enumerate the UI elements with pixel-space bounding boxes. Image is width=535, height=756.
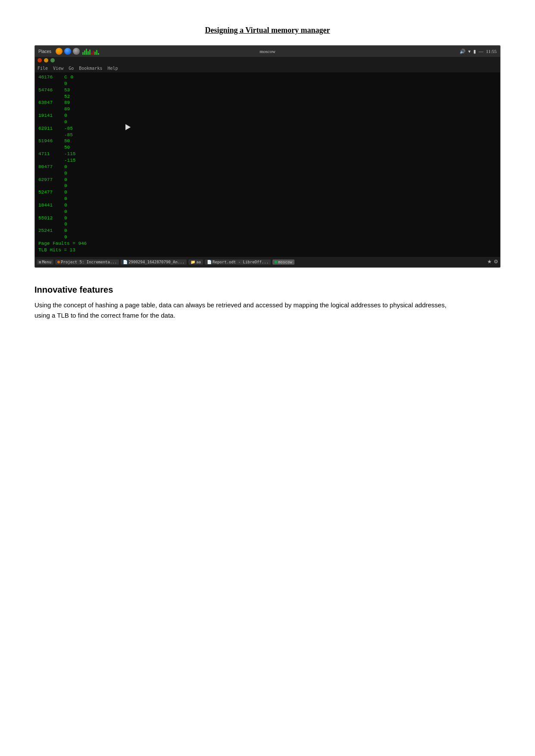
graph-bar — [86, 49, 87, 55]
close-button[interactable] — [38, 58, 42, 62]
top-bar-icons — [56, 48, 80, 55]
table-row: 0 — [38, 196, 497, 202]
value: 0 — [64, 209, 67, 215]
table-row: 19141 0 — [38, 112, 497, 119]
top-bar-left: Places — [38, 48, 99, 55]
taskbar-star-icon: ★ — [487, 259, 492, 265]
table-row: 54746 53 — [38, 87, 497, 94]
table-row: -85 — [38, 132, 497, 138]
value: 52 — [64, 94, 70, 100]
terminal-body: 46176 C 0 0 54746 53 52 63847 89 89 1914… — [35, 72, 500, 257]
taskbar-item-doc[interactable]: 📄 2900294_1642870790_An... — [121, 259, 187, 265]
maximize-button[interactable] — [50, 58, 55, 62]
graph-bar-red — [91, 53, 92, 55]
value: 89 — [64, 100, 70, 106]
table-row: -115 — [38, 157, 497, 164]
address: 54746 — [38, 87, 61, 94]
value: 0 — [64, 234, 67, 241]
top-bar-right: 🔊 ▾ ▮ — 11:55 — [460, 49, 497, 54]
page-title: Designing a Virtual memory manager — [34, 26, 501, 35]
table-row: 4711 -115 — [38, 151, 497, 157]
value: 50 — [64, 138, 70, 144]
taskbar-gear-icon: ⚙ — [494, 259, 498, 265]
page-faults-summary: Page Faults = 946 — [38, 241, 497, 247]
taskbar-report-label: Report.odt - LibreOff... — [213, 260, 269, 264]
value: 0 — [64, 170, 67, 177]
table-row: 80477 0 — [38, 164, 497, 170]
taskbar-folder-label: aa — [196, 260, 201, 264]
table-row: 18441 0 — [38, 202, 497, 209]
graph-bar-red — [93, 51, 94, 55]
table-row: 25241 0 — [38, 228, 497, 234]
value: 0 — [64, 164, 67, 170]
doc-icon: 📄 — [123, 260, 128, 264]
address: 55012 — [38, 215, 61, 222]
address — [38, 94, 61, 100]
taskbar-item-folder[interactable]: 📁 aa — [188, 259, 203, 265]
taskbar-dot-orange — [57, 261, 60, 263]
address — [38, 221, 61, 228]
value: -115 — [64, 157, 75, 164]
table-row: 62911 -85 — [38, 125, 497, 132]
value: 53 — [64, 87, 70, 94]
graph-bar — [89, 50, 91, 55]
mini-graph — [82, 48, 99, 55]
address: 18441 — [38, 202, 61, 209]
address: 80477 — [38, 164, 61, 170]
value: -115 — [64, 151, 75, 157]
separator: — — [479, 49, 483, 54]
table-row: 0 — [38, 170, 497, 177]
value: 89 — [64, 106, 70, 112]
address: 46176 — [38, 74, 61, 81]
taskbar: ⊞ Menu Project 5: Incrementa... 📄 290029… — [35, 257, 500, 267]
menu-view[interactable]: View — [53, 66, 63, 71]
taskbar-project-label: Project 5: Incrementa... — [61, 260, 117, 264]
table-row: 55012 0 — [38, 215, 497, 222]
address — [38, 119, 61, 125]
menu-help[interactable]: Help — [107, 66, 118, 71]
graph-bar — [88, 51, 89, 55]
graph-bar — [82, 52, 84, 55]
places-label: Places — [38, 49, 51, 54]
value: 0 — [64, 183, 67, 189]
address: 4711 — [38, 151, 61, 157]
report-doc-icon: 📄 — [207, 260, 212, 264]
address — [38, 106, 61, 112]
table-row: 52477 0 — [38, 189, 497, 196]
orb-orange-icon — [56, 48, 63, 55]
menu-bookmarks[interactable]: Bookmarks — [79, 66, 102, 71]
table-row: 0 — [38, 81, 497, 87]
wifi-icon: ▾ — [468, 49, 471, 54]
suffix: C — [64, 74, 67, 81]
taskbar-item-moscow[interactable]: moscow — [272, 259, 294, 265]
table-row: 0 — [38, 234, 497, 241]
taskbar-moscow-label: moscow — [278, 260, 292, 264]
section-heading: Innovative features — [34, 285, 501, 295]
value: 0 — [64, 177, 67, 183]
table-row: 0 — [38, 221, 497, 228]
taskbar-menu[interactable]: ⊞ Menu — [37, 259, 53, 265]
minimize-button[interactable] — [44, 58, 48, 62]
taskbar-item-report[interactable]: 📄 Report.odt - LibreOff... — [205, 259, 271, 265]
address: 62911 — [38, 125, 61, 132]
tlb-hits-summary: TLB Hits = 13 — [38, 247, 497, 253]
address: 63847 — [38, 100, 61, 106]
table-row: 0 — [38, 209, 497, 215]
table-row: 50 — [38, 144, 497, 151]
cursor-arrow-icon — [125, 124, 131, 130]
menu-file[interactable]: File — [38, 66, 48, 71]
graph-bar — [94, 52, 96, 55]
table-row: 62977 0 — [38, 177, 497, 183]
table-row: 52 — [38, 94, 497, 100]
address: 19141 — [38, 112, 61, 119]
table-row: 0 — [38, 119, 497, 125]
top-bar: Places moscow 🔊 — [35, 46, 500, 57]
terminal-window: Places moscow 🔊 — [34, 45, 501, 268]
menu-go[interactable]: Go — [69, 66, 74, 71]
value: 0 — [64, 228, 67, 234]
address — [38, 170, 61, 177]
taskbar-item-project[interactable]: Project 5: Incrementa... — [55, 259, 119, 265]
taskbar-menu-label: Menu — [42, 260, 51, 264]
address: 62977 — [38, 177, 61, 183]
address: 52477 — [38, 189, 61, 196]
